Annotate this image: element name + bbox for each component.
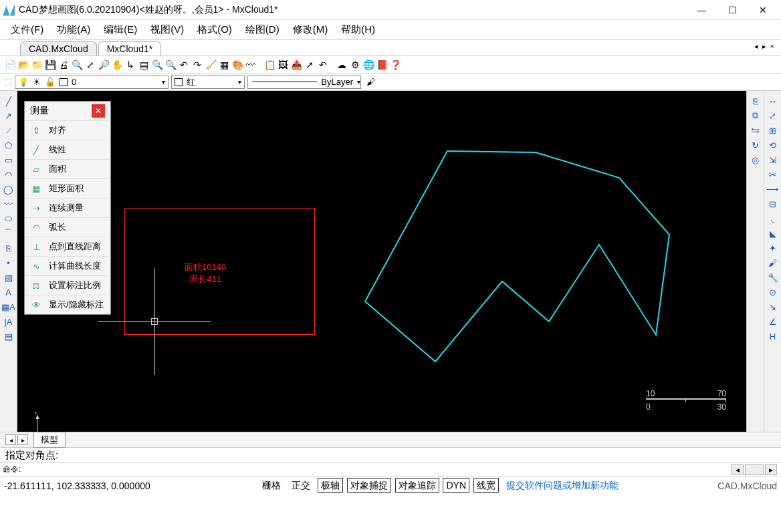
close-button[interactable]: ✕ xyxy=(748,0,778,20)
dim-scale-icon[interactable]: ⇲ xyxy=(767,154,779,166)
print-icon[interactable]: 🖨 xyxy=(58,59,70,71)
ray-icon[interactable]: ↗ xyxy=(3,110,15,122)
polyline-icon[interactable]: ⟋ xyxy=(3,124,15,136)
tab-close-icon[interactable]: × xyxy=(769,42,776,51)
erase-icon[interactable]: 🧹 xyxy=(205,59,217,71)
model-tab[interactable]: 模型 xyxy=(33,432,66,448)
menu-modify[interactable]: 修改(M) xyxy=(286,21,335,39)
tab-mxcloud1[interactable]: MxCloud1* xyxy=(98,41,161,55)
layout-next-button[interactable]: ▸ xyxy=(17,434,28,445)
menu-format[interactable]: 格式(O) xyxy=(191,21,239,39)
copy-icon[interactable]: ⎘ xyxy=(750,95,762,107)
zoom-extents-icon[interactable]: ⤢ xyxy=(84,59,96,71)
pan-icon[interactable]: ✋ xyxy=(111,59,123,71)
layer-manager-icon[interactable]: ⬚ xyxy=(4,77,12,87)
undo2-icon[interactable]: ↶ xyxy=(317,59,329,71)
circle-icon[interactable]: ◯ xyxy=(3,183,15,195)
dim-rotate-icon[interactable]: ⟲ xyxy=(767,139,779,151)
dim-wrench-icon[interactable]: 🔧 xyxy=(767,271,779,283)
dim-chamfer-icon[interactable]: ◣ xyxy=(767,227,779,239)
polygon-icon[interactable]: ⬠ xyxy=(3,139,15,151)
line-icon[interactable]: ╱ xyxy=(3,95,15,107)
mode-ortho[interactable]: 正交 xyxy=(288,478,314,493)
menu-file[interactable]: 文件(F) xyxy=(4,21,50,39)
dim-match-icon[interactable]: 🖌 xyxy=(767,257,779,269)
color-dropdown[interactable]: 红 ▾ xyxy=(171,76,245,89)
save-icon[interactable]: 💾 xyxy=(44,59,56,71)
menu-draw[interactable]: 绘图(D) xyxy=(239,21,286,39)
mode-grid[interactable]: 栅格 xyxy=(259,478,284,493)
offset-icon[interactable]: ◎ xyxy=(750,154,762,166)
mode-osnap[interactable]: 对象捕捉 xyxy=(347,478,391,493)
ellipse-icon[interactable]: ⬭ xyxy=(3,213,15,225)
dim-extend-icon[interactable]: ⟶ xyxy=(767,183,779,195)
tab-next-icon[interactable]: ▸ xyxy=(761,42,768,51)
undo-icon[interactable]: ↶ xyxy=(178,59,190,71)
menu-view[interactable]: 视图(V) xyxy=(144,21,191,39)
layout-prev-button[interactable]: ◂ xyxy=(5,434,16,445)
cloud-icon[interactable]: ☁ xyxy=(336,59,348,71)
pdf-icon[interactable]: 📕 xyxy=(376,59,388,71)
export-icon[interactable]: 📤 xyxy=(290,59,302,71)
mode-polar[interactable]: 极轴 xyxy=(318,478,343,493)
hatch-tool-icon[interactable]: ▨ xyxy=(3,271,15,283)
linetype-icon[interactable]: 〰 xyxy=(245,59,257,71)
image-icon[interactable]: 🖼 xyxy=(277,59,289,71)
dim-trim-icon[interactable]: ✂ xyxy=(767,168,779,180)
feedback-link[interactable]: 提交软件问题或增加新功能 xyxy=(506,480,619,492)
mode-dyn[interactable]: DYN xyxy=(443,478,469,493)
table-icon[interactable]: ▤ xyxy=(3,330,15,342)
minimize-button[interactable]: — xyxy=(686,0,717,20)
arrow-icon[interactable]: ↗ xyxy=(304,59,316,71)
color-icon[interactable]: 🎨 xyxy=(231,59,243,71)
rotate-icon[interactable]: ↻ xyxy=(750,139,762,151)
dim-h-icon[interactable]: H xyxy=(767,330,779,342)
globe-icon[interactable]: 🌐 xyxy=(362,59,374,71)
scroll-right-button[interactable]: ▸ xyxy=(765,464,777,475)
regen-icon[interactable]: ↳ xyxy=(124,59,136,71)
new-icon[interactable]: 📄 xyxy=(4,59,16,71)
drawing-canvas[interactable]: 测量 ✕ ⇕对齐 ╱线性 ▱面积 ▦矩形面积 ⇢连续测量 ◠弧长 ⊥点到直线距离… xyxy=(17,91,746,432)
layer-dropdown[interactable]: 💡 ☀ 🔓 0 ▾ xyxy=(15,76,169,89)
menu-help[interactable]: 帮助(H) xyxy=(334,21,382,39)
tab-prev-icon[interactable]: ◂ xyxy=(753,42,760,51)
insert-icon[interactable]: ⎘ xyxy=(3,242,15,254)
dim-break-icon[interactable]: ⊟ xyxy=(767,198,779,210)
dim-array-icon[interactable]: ⊞ xyxy=(767,124,779,136)
help-icon[interactable]: ❓ xyxy=(389,59,401,71)
menu-function[interactable]: 功能(A) xyxy=(50,21,97,39)
dim-leader-icon[interactable]: ↘ xyxy=(767,301,779,313)
settings-icon[interactable]: ⚙ xyxy=(349,59,361,71)
mtext-icon[interactable]: ▦A xyxy=(3,301,15,313)
maximize-button[interactable]: ☐ xyxy=(717,0,748,20)
dim-point-icon[interactable]: ⊙ xyxy=(767,286,779,298)
ellipse-arc-icon[interactable]: ⌒ xyxy=(3,227,15,239)
dim-aligned-icon[interactable]: ⤢ xyxy=(767,110,779,122)
mirror-icon[interactable]: ⮀ xyxy=(750,124,762,136)
open2-icon[interactable]: 📁 xyxy=(31,59,43,71)
spline-icon[interactable]: 〰 xyxy=(3,198,15,210)
linetype-dropdown[interactable]: ByLayer ▾ xyxy=(247,76,361,89)
scroll-left-button[interactable]: ◂ xyxy=(732,464,744,475)
arc-icon[interactable]: ◠ xyxy=(3,168,15,180)
brush-icon[interactable]: 🖌 xyxy=(366,77,375,87)
dim-fillet-icon[interactable]: ◟ xyxy=(767,213,779,225)
menu-edit[interactable]: 编辑(E) xyxy=(97,21,144,39)
copies-icon[interactable]: ⧉ xyxy=(750,110,762,122)
vtext-icon[interactable]: |A xyxy=(3,315,15,327)
point-icon[interactable]: • xyxy=(3,257,15,269)
zoom-window-icon[interactable]: 🔍 xyxy=(151,59,163,71)
dim-explode-icon[interactable]: ✦ xyxy=(767,242,779,254)
properties-icon[interactable]: 📋 xyxy=(263,59,275,71)
dim-linear-icon[interactable]: ↔ xyxy=(767,95,779,107)
mode-lw[interactable]: 线宽 xyxy=(473,478,499,493)
zoom-realtime-icon[interactable]: 🔎 xyxy=(98,59,110,71)
mode-otrack[interactable]: 对象追踪 xyxy=(395,478,439,493)
layers-icon[interactable]: ▤ xyxy=(138,59,150,71)
zoom-in-icon[interactable]: 🔍 xyxy=(71,59,83,71)
dim-angle-icon[interactable]: ∠ xyxy=(767,315,779,327)
rectangle-icon[interactable]: ▭ xyxy=(3,154,15,166)
command-input[interactable] xyxy=(23,464,728,476)
zoom-dynamic-icon[interactable]: 🔍 xyxy=(164,59,177,71)
hatch-icon[interactable]: ▦ xyxy=(218,59,230,71)
